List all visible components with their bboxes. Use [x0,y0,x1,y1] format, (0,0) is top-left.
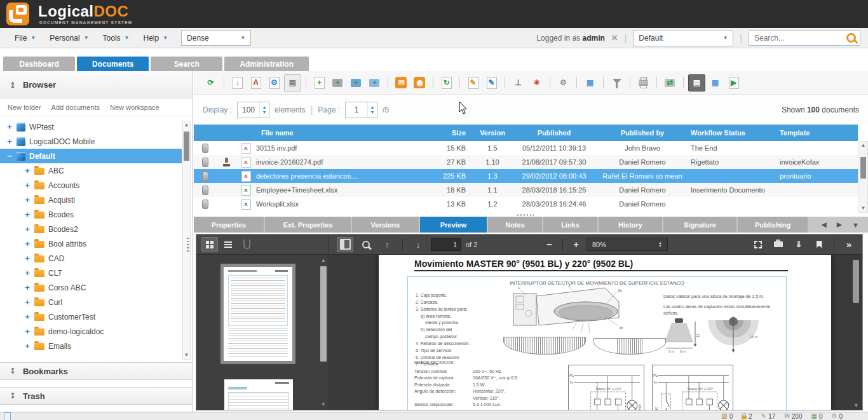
expand-toggle[interactable]: + [24,180,31,190]
edit-icon[interactable]: ✎ [483,74,500,91]
expand-toggle[interactable]: + [24,210,31,219]
expand-toggle[interactable]: + [24,327,31,336]
column-header-file-name[interactable]: File name [256,129,425,137]
action-add-documents[interactable]: Add documents [51,104,100,111]
tab-list-icon[interactable]: ▼ [852,221,859,229]
detail-tab-signature[interactable]: Signature [663,217,736,233]
refresh-icon[interactable]: ⟳ [202,74,219,91]
tree-node-cad[interactable]: +CAD [0,251,182,266]
table-row[interactable]: XWorksplit.xlsx13 KB1.228/03/2018 16:24:… [194,197,858,211]
search-icon[interactable] [846,33,856,43]
column-header-version[interactable]: Version [475,129,510,137]
menu-help[interactable]: Help▼ [137,34,175,43]
menu-file[interactable]: File▼ [8,34,43,43]
previous-page-button[interactable]: ↑ [379,237,395,252]
scroll-thumb[interactable] [860,157,866,179]
trash-section-header[interactable]: ▼▼ Trash [0,387,192,405]
expand-toggle[interactable]: + [24,312,31,322]
scroll-up-icon[interactable]: ▲ [183,122,190,128]
compare-icon[interactable]: ▤ [284,74,301,91]
table-row[interactable]: XEmployee+Timesheet.xlsx18 KB1.128/03/20… [194,183,858,197]
detail-tab-publishing[interactable]: Publishing [738,217,808,233]
expand-toggle[interactable]: + [6,122,13,132]
detail-tab-versions[interactable]: Versions [352,217,419,233]
expand-toggle[interactable]: + [24,239,31,248]
export-icon[interactable]: ⇄ [661,74,679,91]
menu-tools[interactable]: Tools▼ [96,34,137,43]
preview-scroll-thumb[interactable] [853,260,859,303]
thumbnails-view-button[interactable] [201,237,218,252]
page-number-input[interactable]: 1 ▲▼ [345,102,377,118]
zoom-in-button[interactable]: + [570,239,582,250]
page-number-field[interactable]: 1 [431,238,461,251]
thumbnail-scrollbar[interactable]: ▲ ▼ [320,257,327,407]
expand-toggle[interactable]: + [24,195,31,205]
sidebar-resize-grip[interactable] [187,238,189,252]
detail-tab-links[interactable]: Links [543,217,597,233]
download-icon[interactable]: ↓ [229,74,246,91]
counter-messages[interactable]: ✉200 [784,413,802,420]
expand-toggle[interactable]: + [24,341,31,351]
workspace-select[interactable]: Default ▼ [633,30,733,46]
tree-node-curl[interactable]: +Curl [0,295,182,309]
add-calendar-event-icon[interactable]: ▦ [581,74,599,91]
tree-node-customertest[interactable]: +CustomerTest [0,309,182,324]
tab-administration[interactable]: Administration [224,57,309,71]
scroll-up-icon[interactable]: ▲ [859,142,867,149]
print-icon[interactable] [635,74,652,91]
bookmark-button[interactable] [811,237,827,252]
tree-node-corso-abc[interactable]: +Corso ABC [0,280,182,295]
tree-node-abc[interactable]: +ABC [0,163,182,178]
table-row[interactable]: A30115 inv.pdf15 KB1.505/12/2011 10:39:1… [194,141,858,155]
bookmarks-section-header[interactable]: ▼▼ Bookmarks [0,362,192,380]
attachments-button[interactable] [238,237,255,252]
add-subscription-icon[interactable]: + [348,74,365,91]
detail-tab-ext-properties[interactable]: Ext. Properties [265,217,351,233]
column-header-published[interactable]: Published [510,129,598,137]
add-document-icon[interactable]: + [311,74,328,91]
tree-node-accounts[interactable]: +Accounts [0,178,182,193]
tree-node-emails[interactable]: +Emails [0,339,182,353]
action-new-workspace[interactable]: New workspace [110,104,159,111]
tree-node-wptest[interactable]: +WPtest [0,119,182,134]
counter-clipboard[interactable]: ▥0 [721,413,733,420]
tree-node-acquisti[interactable]: +Acquisti [0,193,182,207]
expand-toggle[interactable]: + [24,268,31,278]
search-document-button[interactable] [358,237,374,252]
scroll-down-icon[interactable]: ▼ [853,402,859,409]
spinner[interactable]: ▲▼ [367,102,377,118]
zoom-level-select[interactable]: 80% ▲▼ [587,238,668,251]
logout-icon[interactable]: ✕ [611,33,618,43]
expand-toggle[interactable]: + [24,224,31,234]
print-document-button[interactable] [770,237,787,252]
list-view-icon[interactable]: ▤ [688,74,705,91]
expand-toggle[interactable]: + [24,254,31,263]
stamp-icon[interactable]: ⊥ [510,74,527,91]
expand-toggle[interactable]: − [6,151,13,161]
table-scrollbar[interactable]: ▲ ▼ [858,141,868,213]
zoom-out-button[interactable]: − [543,239,555,250]
tab-scroll-left-icon[interactable]: ◀ [821,220,826,229]
tab-dashboard[interactable]: Dashboard [3,57,75,71]
expand-toggle[interactable]: + [6,137,13,146]
menu-personal[interactable]: Personal▼ [43,34,95,43]
search-input[interactable] [753,33,843,43]
counter-events[interactable]: ▦0 [811,413,822,420]
counter-checked-out[interactable]: ✎17 [761,413,776,420]
column-header-published-by[interactable]: Published by [598,129,687,137]
grid-view-icon[interactable]: ▦ [707,74,724,91]
checkout-icon[interactable]: ✎ [465,74,482,91]
counter-workflows[interactable]: ⚙0 [831,413,843,420]
tree-node-bool-attribs[interactable]: +Bool attribs [0,236,182,251]
filter-icon[interactable] [608,74,625,91]
detail-tab-history[interactable]: History [599,217,662,233]
rss-feed-icon[interactable]: ◉ [411,74,428,91]
tree-node-bcodes[interactable]: +Bcodes [0,207,182,222]
table-row[interactable]: Ainvoice-20160274.pdf27 KB1.1021/08/2017… [194,155,858,169]
tab-documents[interactable]: Documents [77,57,149,71]
panel-resize-grip[interactable] [517,214,534,216]
scroll-thumb[interactable] [184,132,189,161]
tab-search[interactable]: Search [151,57,222,71]
tree-node-clt[interactable]: +CLT [0,266,182,280]
bulk-update-icon[interactable]: ↻ [438,74,455,91]
